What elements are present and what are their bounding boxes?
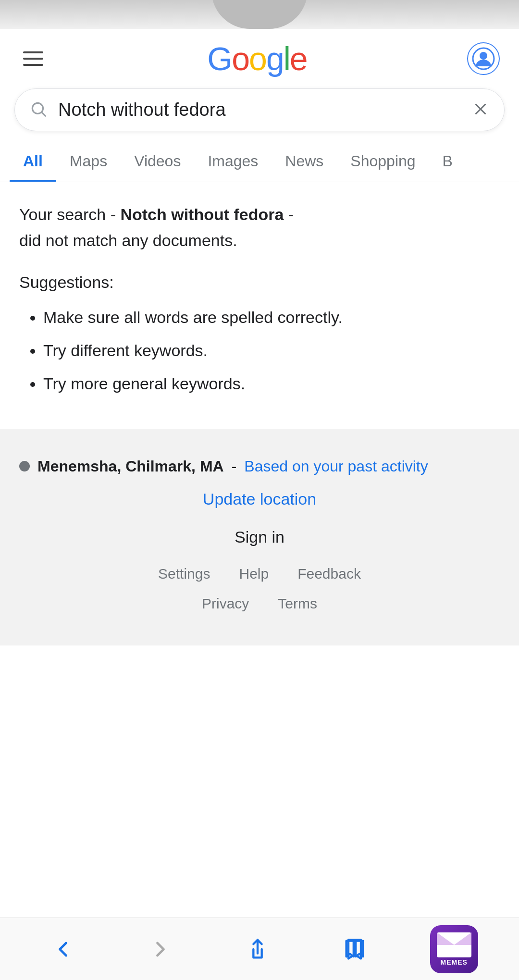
location-dot-icon xyxy=(19,461,30,471)
footer-section: Menemsha, Chilmark, MA - Based on your p… xyxy=(0,429,519,645)
hamburger-menu-button[interactable] xyxy=(19,48,47,70)
suggestion-item-1: Make sure all words are spelled correctl… xyxy=(43,305,500,330)
forward-button[interactable] xyxy=(138,932,183,967)
no-results-suffix: - xyxy=(288,205,294,223)
tab-news[interactable]: News xyxy=(272,141,337,182)
tab-videos[interactable]: Videos xyxy=(121,141,194,182)
suggestions-header: Suggestions: xyxy=(19,273,500,292)
search-icon xyxy=(29,100,48,120)
location-row: Menemsha, Chilmark, MA - Based on your p… xyxy=(19,458,500,475)
account-button[interactable] xyxy=(467,42,500,75)
browser-bottom-bar: MEMES xyxy=(0,918,519,980)
tab-maps[interactable]: Maps xyxy=(56,141,121,182)
location-separator: - xyxy=(232,458,237,475)
memes-app-label: MEMES xyxy=(441,958,468,966)
search-bar[interactable]: Notch without fedora xyxy=(14,88,505,131)
back-button[interactable] xyxy=(41,932,85,967)
logo-letter-o1: o xyxy=(232,42,249,75)
svg-line-3 xyxy=(42,112,45,116)
suggestions-list: Make sure all words are spelled correctl… xyxy=(19,305,500,396)
tab-shopping[interactable]: Shopping xyxy=(337,141,429,182)
logo-letter-g: G xyxy=(207,42,232,75)
tab-images[interactable]: Images xyxy=(194,141,272,182)
search-bar-container: Notch without fedora xyxy=(0,84,519,131)
google-logo: Google xyxy=(207,42,307,75)
location-name: Menemsha, Chilmark, MA xyxy=(37,458,224,475)
suggestion-item-3: Try more general keywords. xyxy=(43,372,500,396)
footer-links-row1: Settings Help Feedback xyxy=(19,566,500,582)
clear-search-button[interactable] xyxy=(471,100,490,120)
memes-envelope-icon xyxy=(437,932,471,957)
privacy-link[interactable]: Privacy xyxy=(202,595,249,612)
memes-app-button[interactable]: MEMES xyxy=(430,925,478,973)
help-link[interactable]: Help xyxy=(239,566,269,582)
no-results-message: Your search - Notch without fedora - did… xyxy=(19,201,500,254)
empty-space xyxy=(0,645,519,910)
location-based-link[interactable]: Based on your past activity xyxy=(244,458,428,475)
top-partial-image xyxy=(0,0,519,29)
main-content: Your search - Notch without fedora - did… xyxy=(0,182,519,429)
suggestion-item-2: Try different keywords. xyxy=(43,338,500,363)
tab-all[interactable]: All xyxy=(10,141,56,182)
search-tabs: All Maps Videos Images News Shopping B xyxy=(0,141,519,182)
feedback-link[interactable]: Feedback xyxy=(297,566,361,582)
logo-letter-g2: g xyxy=(266,42,284,75)
no-results-continuation: did not match any documents. xyxy=(19,231,237,249)
settings-link[interactable]: Settings xyxy=(158,566,210,582)
no-results-query: Notch without fedora xyxy=(120,205,284,223)
logo-letter-l: l xyxy=(284,42,290,75)
terms-link[interactable]: Terms xyxy=(278,595,317,612)
footer-links-row2: Privacy Terms xyxy=(19,595,500,612)
svg-point-1 xyxy=(480,52,487,60)
search-query-text: Notch without fedora xyxy=(58,99,471,120)
share-button[interactable] xyxy=(235,932,280,967)
no-results-prefix: Your search - xyxy=(19,205,116,223)
update-location-link[interactable]: Update location xyxy=(19,490,500,509)
logo-letter-o2: o xyxy=(249,42,266,75)
header: Google xyxy=(0,29,519,84)
tab-books[interactable]: B xyxy=(429,141,466,182)
logo-letter-e: e xyxy=(290,42,307,75)
sign-in-button[interactable]: Sign in xyxy=(19,528,500,546)
bookmarks-button[interactable] xyxy=(333,932,377,967)
